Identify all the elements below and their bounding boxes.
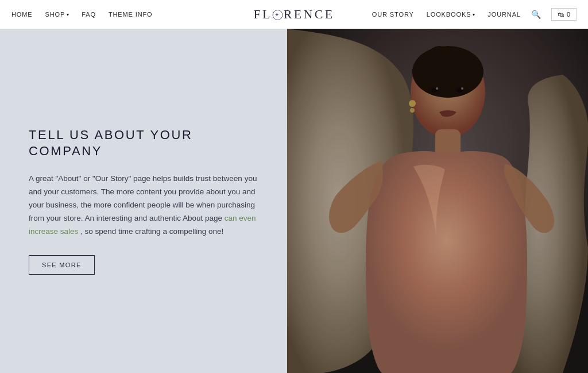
cart-icon: 🛍: [558, 11, 564, 18]
see-more-button[interactable]: SEE MORE: [29, 255, 95, 275]
nav-shop-dropdown[interactable]: SHOP ▾: [45, 11, 69, 18]
nav-logo-center: FL✦RENCE: [254, 7, 335, 22]
nav-faq[interactable]: FAQ: [82, 11, 96, 18]
right-panel-image: [287, 29, 588, 373]
hero-desc-text: A great "About" or "Our Story" page help…: [29, 174, 257, 222]
nav-theme-info[interactable]: THEME INFO: [109, 11, 153, 18]
lookbooks-chevron-icon: ▾: [473, 12, 475, 17]
cart-count: 0: [567, 11, 570, 18]
hero-content: TELL US ABOUT YOUR COMPANY A great "Abou…: [29, 127, 258, 275]
navbar: HOME SHOP ▾ FAQ THEME INFO FL✦RENCE OUR …: [0, 0, 588, 29]
site-logo[interactable]: FL✦RENCE: [254, 7, 335, 21]
hero-desc-end: , so spend time crafting a compelling on…: [80, 227, 223, 236]
nav-our-story[interactable]: OUR STORY: [372, 11, 414, 18]
nav-shop[interactable]: SHOP: [45, 11, 65, 18]
main-content: TELL US ABOUT YOUR COMPANY A great "Abou…: [0, 29, 588, 373]
nav-left: HOME SHOP ▾ FAQ THEME INFO: [11, 11, 153, 18]
nav-home[interactable]: HOME: [11, 11, 33, 18]
left-panel: TELL US ABOUT YOUR COMPANY A great "Abou…: [0, 29, 287, 373]
shop-chevron-icon: ▾: [67, 12, 69, 17]
hero-title: TELL US ABOUT YOUR COMPANY: [29, 127, 258, 160]
cart-button[interactable]: 🛍 0: [551, 8, 577, 21]
nav-journal[interactable]: JOURNAL: [488, 11, 521, 18]
nav-lookbooks-dropdown[interactable]: LOOKBOOKS ▾: [427, 11, 475, 18]
nav-right: OUR STORY LOOKBOOKS ▾ JOURNAL 🔍 🛍 0: [372, 8, 577, 21]
model-svg-layer: [287, 29, 588, 373]
hero-description: A great "About" or "Our Story" page help…: [29, 172, 258, 239]
logo-o-decoration: ✦: [273, 10, 283, 20]
search-icon[interactable]: 🔍: [531, 10, 541, 20]
model-photo: [287, 29, 588, 373]
svg-rect-14: [287, 29, 588, 373]
nav-right-links: OUR STORY LOOKBOOKS ▾ JOURNAL: [372, 11, 521, 18]
nav-lookbooks[interactable]: LOOKBOOKS: [427, 11, 471, 18]
